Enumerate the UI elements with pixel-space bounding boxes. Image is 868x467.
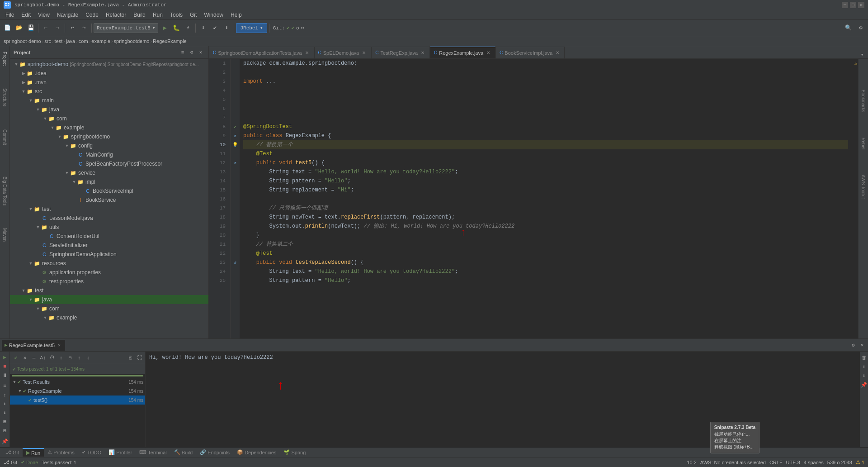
git-update-button[interactable]: ⬇ <box>198 23 208 33</box>
menu-window[interactable]: Window <box>200 11 227 19</box>
tree-item-service[interactable]: ▼ 📁 service <box>10 168 208 177</box>
status-warning-item[interactable]: ⚠ 1 <box>856 459 864 465</box>
status-position[interactable]: 10:2 <box>687 460 696 465</box>
breadcrumb-com[interactable]: com <box>79 38 88 44</box>
run-tab-active[interactable]: ▶ RegexExample.test5 ✕ <box>2 340 65 351</box>
test-filter-ignored[interactable]: — <box>30 354 38 362</box>
project-panel-button[interactable]: Project <box>1 48 8 69</box>
tree-item-test-src[interactable]: ▼ 📁 test <box>10 205 208 214</box>
tree-item-appprops[interactable]: ⚙ application.properties <box>10 268 208 277</box>
bottom-tab-problems[interactable]: ⚠ Problems <box>44 448 78 456</box>
tree-item-bookservice[interactable]: I BookService <box>10 195 208 205</box>
tree-item-testprops[interactable]: ⚙ test.properties <box>10 277 208 286</box>
tab-close-speldemo[interactable]: ✕ <box>361 50 367 56</box>
tab-springbootdemoapp[interactable]: C SpringbootDemoApplicationTests.java ✕ <box>209 47 314 58</box>
commit-panel-button[interactable]: Commit <box>1 126 8 148</box>
bottom-tab-git[interactable]: ⎇ Git <box>2 448 23 456</box>
tabs-overflow-button[interactable]: ▾ <box>858 50 866 58</box>
menu-run[interactable]: Run <box>149 11 166 19</box>
status-indent[interactable]: 4 spaces <box>804 460 824 465</box>
bottom-tab-profiler[interactable]: 📊 Profiler <box>105 448 136 456</box>
sidebar-close-button[interactable]: ✕ <box>197 48 205 57</box>
bottom-tab-dependencies[interactable]: 📦 Dependencies <box>233 448 280 456</box>
breadcrumb-java[interactable]: java <box>66 38 75 44</box>
tree-item-test-root[interactable]: ▼ 📁 test <box>10 286 208 295</box>
code-content[interactable]: package com.example.springbootdemo; impo… <box>240 59 852 338</box>
run-pin-button[interactable]: 📌 <box>1 437 9 445</box>
bookmarks-panel-button[interactable]: Bookmarks <box>860 86 867 116</box>
breadcrumb-project[interactable]: springboot-demo <box>4 38 41 44</box>
bottom-tab-spring[interactable]: 🌱 Spring <box>280 448 309 456</box>
toolbar-open-button[interactable]: 📂 <box>14 23 24 33</box>
menu-build[interactable]: Build <box>130 11 149 19</box>
tree-item-com-test[interactable]: ▼ 📁 com <box>10 304 208 313</box>
test-filter-failed[interactable]: ✕ <box>21 354 29 362</box>
test-next-fail[interactable]: ↓ <box>84 354 92 362</box>
toolbar-new-button[interactable]: 📄 <box>2 23 13 33</box>
bottom-tab-terminal[interactable]: ⌨ Terminal <box>136 448 170 456</box>
bottom-tab-todo[interactable]: ✔ TODO <box>78 448 105 456</box>
test-sort-duration[interactable]: ⏱ <box>48 354 56 362</box>
tree-item-idea[interactable]: ▶ 📁 .idea <box>10 69 208 78</box>
maven-panel-button[interactable]: Maven <box>1 224 8 245</box>
run-collapse-button[interactable]: ⊟ <box>1 427 9 435</box>
breadcrumb-file[interactable]: RegexExample <box>153 38 187 44</box>
run-filter-button[interactable]: ≡ <box>1 382 9 390</box>
bottom-tab-run[interactable]: ▶ Run <box>23 448 44 457</box>
status-encoding[interactable]: UTF-8 <box>786 460 800 465</box>
run-pause-button[interactable]: ⏸ <box>1 371 9 379</box>
toolbar-save-button[interactable]: 💾 <box>25 23 36 33</box>
run-rerun-button[interactable]: ▶ <box>1 353 9 362</box>
console-scroll-top[interactable]: ⬆ <box>860 362 868 371</box>
breadcrumb-example[interactable]: example <box>91 38 110 44</box>
tab-bookserviceimpl[interactable]: C BookServiceImpl.java ✕ <box>495 47 565 58</box>
menu-file[interactable]: File <box>2 11 18 19</box>
tree-item-utils[interactable]: ▼ 📁 utils <box>10 223 208 232</box>
test-collapse-all[interactable]: ⊟ <box>66 354 74 362</box>
run-config-dropdown[interactable]: RegexExample.test5 ▾ <box>94 23 158 33</box>
bottom-tab-endpoints[interactable]: 🔗 Endpoints <box>196 448 233 456</box>
tree-item-src[interactable]: ▼ 📁 src <box>10 87 208 96</box>
tab-speldemo[interactable]: C SpELDemo.java ✕ <box>314 47 372 58</box>
breadcrumb-src[interactable]: src <box>44 38 51 44</box>
tree-item-mainconfig[interactable]: C MainConfig <box>10 150 208 159</box>
toolbar-back-button[interactable]: ← <box>40 23 51 33</box>
tab-testregexp[interactable]: C TestRegExp.java ✕ <box>371 47 430 58</box>
test-track-button[interactable]: ⛶ <box>135 354 143 362</box>
close-button[interactable]: ✕ <box>858 2 864 8</box>
rebeld-panel-button[interactable]: Rebel <box>860 134 867 153</box>
test-item-results[interactable]: ▼ ✔ Test Results 154 ms <box>10 377 145 386</box>
jrebel-button[interactable]: JRebel ▾ <box>236 23 267 33</box>
tree-item-impl[interactable]: ▼ 📁 impl <box>10 177 208 186</box>
minimize-button[interactable]: ─ <box>842 2 848 8</box>
menu-refactor[interactable]: Refactor <box>102 11 130 19</box>
tree-item-example-test[interactable]: ▼ 📁 example <box>10 313 208 322</box>
aws-panel-button[interactable]: AWS Toolkit <box>860 171 867 202</box>
test-prev-fail[interactable]: ↑ <box>75 354 83 362</box>
run-sort-button[interactable]: ↕ <box>1 391 9 399</box>
breadcrumb-test[interactable]: test <box>55 38 63 44</box>
run-import-button[interactable]: ⬆ <box>1 400 9 408</box>
tree-item-bookserviceimpl[interactable]: C BookServiceImpl <box>10 186 208 195</box>
run-export-button[interactable]: ⬇ <box>1 409 9 417</box>
tree-item-java-test[interactable]: ▼ 📁 java <box>10 295 208 304</box>
status-aws[interactable]: AWS: No credentials selected <box>700 460 766 465</box>
test-item-regexexample[interactable]: ▼ ✔ RegexExample 154 ms <box>10 386 145 396</box>
structure-panel-button[interactable]: Structure <box>1 85 8 110</box>
tree-item-example[interactable]: ▼ 📁 example <box>10 123 208 132</box>
toolbar-undo-button[interactable]: ↩ <box>67 23 78 33</box>
test-open-source[interactable]: ⎘ <box>126 354 134 362</box>
sidebar-collapse-button[interactable]: ≡ <box>179 48 187 57</box>
test-item-test5[interactable]: ✔ test5() 154 ms <box>10 396 145 405</box>
tab-regexexample[interactable]: C RegexExample.java ✕ <box>430 47 495 58</box>
tab-close-testregexp[interactable]: ✕ <box>420 50 426 56</box>
status-git-item[interactable]: ⎇ Git <box>4 459 17 465</box>
git-commit-button[interactable]: ✔ <box>209 23 220 33</box>
breadcrumb-springbootdemo[interactable]: springbootdemo <box>114 38 150 44</box>
tree-item-springbootdemo[interactable]: ▼ 📁 springbootdemo <box>10 132 208 141</box>
tab-close-regexexample[interactable]: ✕ <box>485 50 491 56</box>
menu-help[interactable]: Help <box>227 11 245 19</box>
bottom-tab-build[interactable]: 🔨 Build <box>170 448 196 456</box>
maximize-button[interactable]: □ <box>850 2 856 8</box>
git-history-button[interactable]: ↺ <box>296 25 299 31</box>
